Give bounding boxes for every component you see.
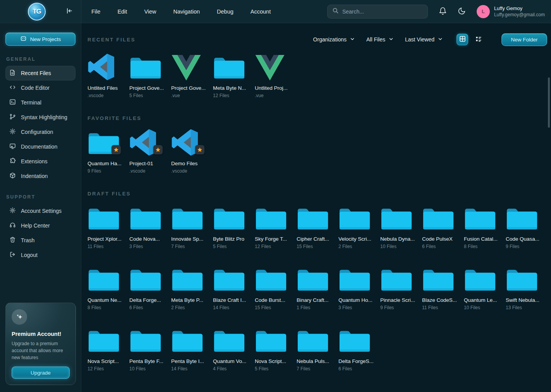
file-card[interactable]: Cipher Craft...15 Files (297, 204, 335, 249)
file-name: Delta Forge... (129, 297, 168, 303)
file-card[interactable]: Penta Byte I...14 Files (171, 327, 210, 371)
file-meta: 5 Files (213, 244, 252, 249)
sidebar-item-label: Extensions (21, 158, 47, 164)
file-card[interactable]: Penta Byte F...10 Files (129, 327, 168, 371)
vue-icon (255, 53, 294, 80)
sidebar-item-help-center[interactable]: Help Center (5, 218, 76, 233)
file-meta: 3 Files (338, 305, 377, 310)
sidebar-collapse-button[interactable] (65, 7, 73, 16)
file-meta: 6 Files (129, 305, 168, 310)
file-card[interactable]: Delta ForgeS...6 Files (338, 327, 377, 371)
file-meta: 2 Files (338, 244, 377, 249)
file-card[interactable]: Code Burst...15 Files (255, 265, 294, 310)
gear-icon (9, 128, 16, 136)
file-meta: 14 Files (213, 305, 252, 310)
file-card[interactable]: Meta Byte P...2 Files (171, 265, 210, 310)
sidebar-item-code-editor[interactable]: Code Editor (5, 80, 76, 95)
file-card[interactable]: Project-01.vscode (129, 129, 168, 174)
folder-icon (506, 204, 544, 231)
new-projects-button[interactable]: New Projects (5, 33, 76, 46)
file-meta: 11 Files (422, 305, 461, 310)
sidebar-item-trash[interactable]: Trash (5, 233, 76, 248)
file-name: Untlited Proj... (255, 85, 294, 91)
sidebar-item-account-settings[interactable]: Account Settings (5, 204, 76, 218)
menu-item-account[interactable]: Account (251, 9, 271, 15)
new-projects-label: New Projects (30, 36, 61, 42)
menu-item-view[interactable]: View (144, 9, 156, 15)
upgrade-button[interactable]: Upgrade (12, 366, 70, 379)
file-card[interactable]: Quantum Vo...4 Files (213, 327, 252, 371)
sidebar-item-documentation[interactable]: Documentation (5, 139, 76, 154)
monitor-icon (9, 143, 16, 151)
user-menu[interactable]: L Luffy Gemoy Luffy.gemoy@gmail.com (477, 5, 545, 18)
sidebar-item-logout[interactable]: Logout (5, 248, 76, 262)
sidebar-item-indentation[interactable]: Indentation (5, 169, 76, 183)
file-card[interactable]: Blaze CodeS...11 Files (422, 265, 461, 310)
sidebar-item-extensions[interactable]: Extensions (5, 154, 76, 169)
sidebar-item-terminal[interactable]: Terminal (5, 95, 76, 110)
file-card[interactable]: Project Xplor...11 Files (88, 204, 126, 249)
file-card[interactable]: Nova Script...5 Files (255, 327, 294, 371)
file-card[interactable]: Delta Forge...6 Files (129, 265, 168, 310)
new-folder-button[interactable]: New Folder (501, 33, 547, 46)
file-card[interactable]: Swift Nebula...13 Files (506, 265, 544, 310)
favorite-star-badge (195, 145, 204, 154)
sidebar-item-syntax-highlighting[interactable]: Syntax Highlighting (5, 110, 76, 125)
file-card[interactable]: Pinnacle Scri...9 Files (380, 265, 419, 310)
list-view-button[interactable] (473, 34, 484, 45)
file-meta: 12 Files (88, 366, 126, 371)
file-card[interactable]: Quantum Ha...9 Files (88, 129, 126, 174)
file-card[interactable]: Nebula Puls...7 Files (297, 327, 335, 371)
file-card[interactable]: Sky Forge T...12 Files (255, 204, 294, 249)
folder-icon (88, 327, 126, 354)
dropdown-label: Organizations (313, 36, 347, 43)
file-card[interactable]: Project Gove...5 Files (129, 53, 168, 98)
sidebar-item-recent-files[interactable]: Recent Files (5, 66, 76, 80)
file-card[interactable]: Meta Byte N...12 Files (213, 53, 252, 98)
file-card[interactable]: Demo Files.vscode (171, 129, 210, 174)
file-card[interactable]: Code Nova...3 Files (129, 204, 168, 249)
search-box[interactable] (327, 5, 428, 19)
collapse-left-icon (65, 7, 73, 16)
scrollbar-thumb[interactable] (548, 77, 550, 128)
sidebar-item-configuration[interactable]: Configuration (5, 125, 76, 139)
folder-icon (338, 265, 377, 293)
menu-item-debug[interactable]: Debug (217, 9, 233, 15)
file-card[interactable]: Code Quasa...9 Files (506, 204, 544, 249)
file-card[interactable]: Nebula Dyna...10 Files (380, 204, 419, 249)
grid-view-button[interactable] (457, 34, 468, 45)
file-card[interactable]: Velocity Scri...2 Files (338, 204, 377, 249)
folder-icon (213, 265, 252, 293)
file-card[interactable]: Code PulseX6 Files (422, 204, 461, 249)
file-card[interactable]: Byte Blitz Pro5 Files (213, 204, 252, 249)
file-card[interactable]: Project Gove....vue (171, 53, 210, 98)
menu-item-navigation[interactable]: Navigation (173, 9, 200, 15)
menu-item-file[interactable]: File (91, 9, 100, 15)
folder-icon (129, 265, 168, 293)
theme-toggle-button[interactable] (458, 7, 466, 16)
filter-dropdown-last-viewed[interactable]: Last Viewed (405, 36, 443, 43)
file-card[interactable]: Untlited Files.vscode (88, 53, 126, 98)
file-card[interactable]: Quantum Ne...8 Files (88, 265, 126, 310)
file-card[interactable]: Innovate Sp...7 Files (171, 204, 210, 249)
notifications-button[interactable] (439, 7, 447, 16)
filter-dropdown-all-files[interactable]: All Files (366, 36, 393, 43)
filter-dropdown-organizations[interactable]: Organizations (313, 36, 355, 43)
file-card[interactable]: Untlited Proj....vue (255, 53, 294, 98)
favorite-star-badge (112, 145, 121, 154)
sidebar-item-label: Help Center (21, 223, 50, 229)
file-name: Untlited Files (88, 85, 126, 91)
search-input[interactable] (342, 9, 423, 15)
file-card[interactable]: Fusion Catal...8 Files (464, 204, 503, 249)
vue-icon (171, 53, 210, 80)
file-card[interactable]: Quantum Le...10 Files (464, 265, 503, 310)
file-card[interactable]: Nova Script...12 Files (88, 327, 126, 371)
sidebar-item-label: Terminal (21, 99, 41, 106)
file-card[interactable]: Binary Craft...1 Files (297, 265, 335, 310)
folder-icon (88, 129, 126, 156)
file-name: Demo Files (171, 161, 210, 166)
menu-item-edit[interactable]: Edit (117, 9, 127, 15)
file-card[interactable]: Blaze Craft I...14 Files (213, 265, 252, 310)
file-card[interactable]: Quantum Ho...3 Files (338, 265, 377, 310)
file-meta: 12 Files (213, 93, 252, 98)
